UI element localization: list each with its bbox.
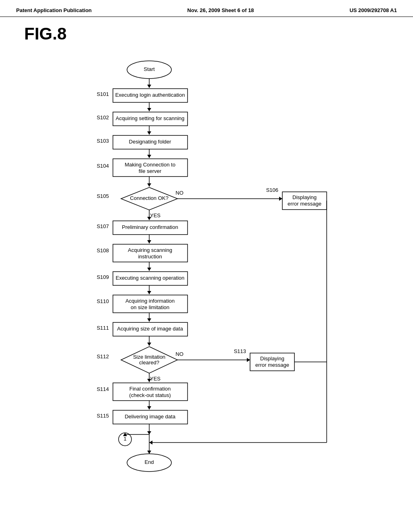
page-header: Patent Application Publication Nov. 26, … <box>0 0 413 17</box>
s108-label-1: Acquiring scanning <box>128 247 172 253</box>
arrowhead-right-back <box>149 441 152 445</box>
arrowhead-s112-no <box>247 358 250 362</box>
arrowhead-end <box>147 451 151 454</box>
end-label: End <box>144 459 154 465</box>
start-label: Start <box>144 66 155 72</box>
arrowhead-s105-no <box>279 197 282 201</box>
s111-step: S111 <box>97 325 109 331</box>
s112-no-label: NO <box>175 351 184 357</box>
s103-label: Designating folder <box>129 139 171 145</box>
s105-yes-label: YES <box>150 212 161 218</box>
s113-label-1: Displaying <box>260 355 284 362</box>
header-middle: Nov. 26, 2009 Sheet 6 of 18 <box>187 7 254 13</box>
s114-label-1: Final confirmation <box>129 386 171 392</box>
s106-step: S106 <box>266 187 278 193</box>
s114-step: S114 <box>97 386 109 392</box>
s107-label: Preliminary confirmation <box>122 224 178 230</box>
s106-label-2: error message <box>288 201 321 207</box>
s111-label: Acquiring size of image data <box>117 326 183 332</box>
s104-label-1: Making Connection to <box>125 162 175 168</box>
arrowhead-2 <box>147 108 151 111</box>
s112-yes-label: YES <box>150 376 161 382</box>
s107-step: S107 <box>97 223 109 229</box>
header-left: Patent Application Publication <box>16 7 92 13</box>
s112-label-1: Size limitation <box>133 354 165 360</box>
fig-title: FIG.8 <box>0 17 413 48</box>
arrowhead-3 <box>147 131 151 135</box>
arrowhead-9 <box>147 291 151 294</box>
s108-step: S108 <box>97 247 109 254</box>
arrowhead-13 <box>147 406 151 409</box>
s110-step: S110 <box>97 298 109 304</box>
s102-step: S102 <box>97 114 109 121</box>
s101-label: Executing login authentication <box>115 92 185 98</box>
s112-label-2: cleared? <box>139 360 159 366</box>
s114-label-2: (check-out status) <box>129 392 171 398</box>
s113-step: S113 <box>234 348 246 354</box>
flowchart-svg: Start S101 Executing login authenticatio… <box>0 48 413 523</box>
s113-label-2: error message <box>255 362 289 368</box>
s112-step: S112 <box>97 353 109 360</box>
arrowhead-4 <box>147 155 151 158</box>
arrowhead-8 <box>147 268 151 271</box>
s103-step: S103 <box>97 138 109 144</box>
s115-label: Delivering image data <box>125 414 176 420</box>
s104-label-2: file server <box>139 168 162 174</box>
s106-label-1: Displaying <box>292 194 317 200</box>
s110-label-1: Acquiring information <box>125 298 175 304</box>
s115-step: S115 <box>97 413 109 419</box>
s105-label: Connection OK? <box>130 195 168 201</box>
s105-no-label: NO <box>175 190 184 196</box>
arrowhead-7 <box>147 240 151 243</box>
header-right: US 2009/292708 A1 <box>350 7 397 13</box>
s108-label-2: instruction <box>138 254 162 260</box>
s102-label: Acquiring setting for scanning <box>116 115 185 121</box>
s109-step: S109 <box>97 274 109 280</box>
flowchart-container: Start S101 Executing login authenticatio… <box>0 48 413 523</box>
s105-step: S105 <box>97 193 109 199</box>
s109-label: Executing scanning operation <box>116 275 185 281</box>
connector1-label: 1 <box>123 436 126 442</box>
s104-step: S104 <box>97 163 109 169</box>
arrowhead-1 <box>147 85 151 88</box>
arrowhead-5 <box>147 183 151 187</box>
arrowhead-10 <box>147 318 151 322</box>
s101-step: S101 <box>97 91 109 97</box>
s110-label-2: on size limitation <box>131 304 169 310</box>
arrowhead-11 <box>147 343 151 346</box>
arrowhead-14 <box>147 431 151 434</box>
